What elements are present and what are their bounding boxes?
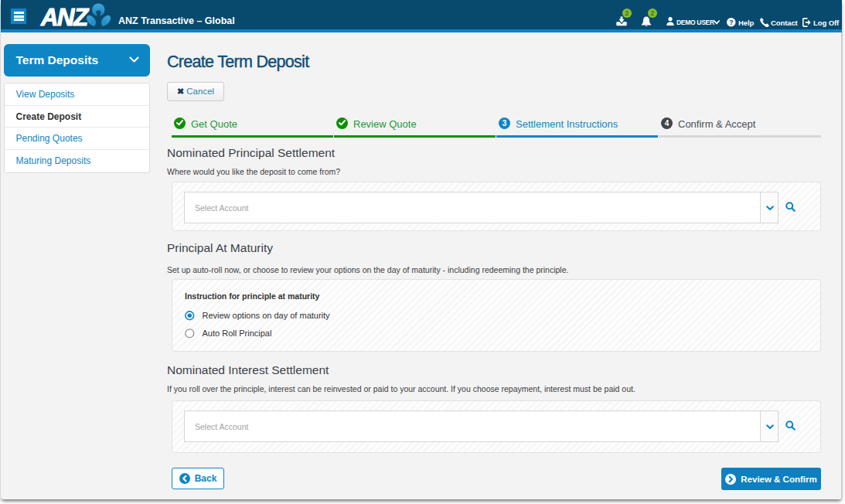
svg-text:?: ?	[729, 19, 734, 26]
